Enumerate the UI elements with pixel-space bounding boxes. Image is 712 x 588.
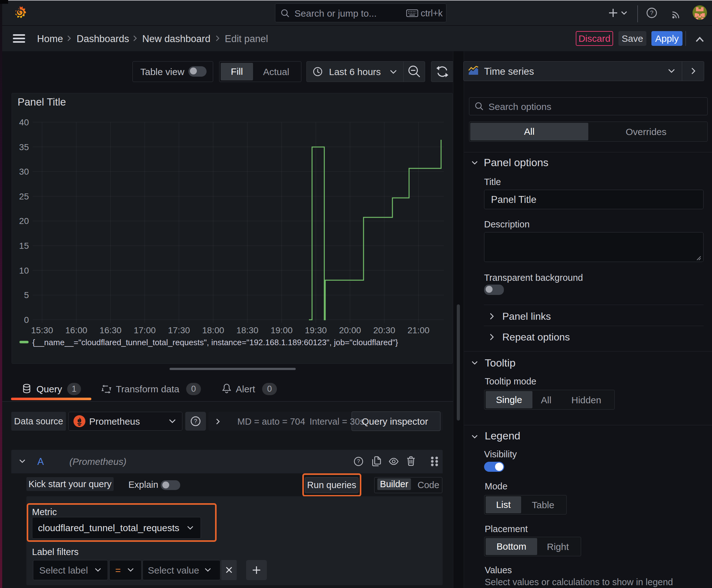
svg-text:21:00: 21:00: [408, 326, 429, 335]
svg-text:?: ?: [194, 418, 197, 424]
svg-text:20:00: 20:00: [339, 326, 361, 335]
svg-text:15:30: 15:30: [31, 326, 53, 335]
svg-text:15: 15: [19, 241, 29, 251]
svg-text:16:30: 16:30: [100, 326, 122, 335]
svg-text:5: 5: [24, 290, 29, 300]
svg-text:{__name__="cloudflared_tunnel_: {__name__="cloudflared_tunnel_total_requ…: [33, 338, 398, 347]
svg-text:20:30: 20:30: [373, 326, 395, 335]
svg-text:18:30: 18:30: [236, 326, 258, 335]
svg-text:19:30: 19:30: [305, 326, 327, 335]
svg-text:17:30: 17:30: [168, 326, 190, 335]
svg-text:?: ?: [650, 9, 654, 16]
svg-text:20: 20: [19, 216, 29, 226]
svg-text:19:00: 19:00: [271, 326, 293, 335]
svg-text:40: 40: [19, 118, 29, 127]
svg-text:10: 10: [19, 266, 29, 275]
svg-text:17:00: 17:00: [134, 326, 156, 335]
svg-text:16:00: 16:00: [65, 326, 87, 335]
svg-text:?: ?: [357, 458, 360, 464]
svg-text:25: 25: [19, 192, 29, 201]
svg-text:0: 0: [24, 315, 29, 325]
svg-text:35: 35: [19, 142, 29, 152]
svg-text:30: 30: [19, 167, 29, 176]
svg-text:18:00: 18:00: [202, 326, 224, 335]
